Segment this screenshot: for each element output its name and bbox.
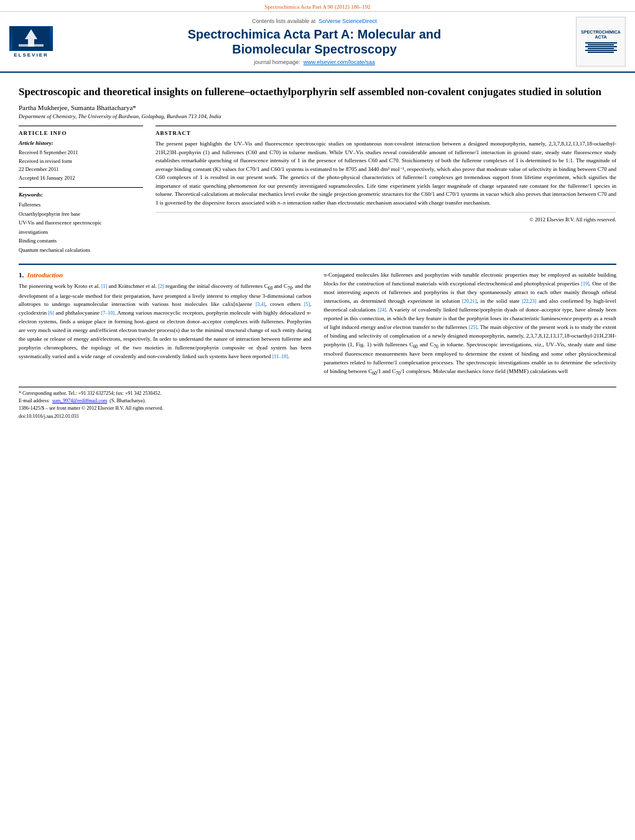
received-revised-date: 22 December 2011 [19, 165, 143, 174]
abstract-label: ABSTRACT [155, 130, 616, 136]
article-info-label: ARTICLE INFO [19, 130, 143, 136]
ref-2[interactable]: [2] [158, 284, 164, 289]
ref-11-18[interactable]: [11–18] [272, 354, 288, 359]
received-revised-label: Received in revised form [19, 157, 143, 166]
journal-header: ELSEVIER Contents lists available at Sci… [0, 12, 635, 73]
keyword-2: Octaethylporphyrin free base [19, 210, 143, 218]
logo-line-6 [588, 52, 614, 53]
sciverse-label: Contents lists available at [252, 18, 315, 24]
journal-title-area: Contents lists available at SciVerse Sci… [62, 17, 567, 67]
svg-rect-3 [19, 44, 44, 47]
copyright: © 2012 Elsevier B.V. All rights reserved… [155, 212, 616, 223]
logo-decorative-lines [582, 42, 619, 53]
sciverse-line: Contents lists available at SciVerse Sci… [62, 18, 567, 24]
related-word: related [350, 359, 365, 366]
abstract-text: The present paper highlights the UV–Vis … [155, 140, 616, 207]
elsevier-logo: ELSEVIER [9, 26, 53, 58]
ref-1[interactable]: [1] [101, 284, 107, 289]
journal-homepage: journal homepage: www.elsevier.com/locat… [62, 59, 567, 65]
journal-logo-box: SPECTROCHIMICA ACTA [576, 17, 626, 67]
ref-22-23[interactable]: [22,23] [522, 298, 536, 304]
section-number: 1. [19, 271, 24, 279]
journal-reference-bar: Spectrochimica Acta Part A 90 (2012) 186… [0, 0, 635, 12]
elsevier-logo-area: ELSEVIER [6, 17, 56, 67]
ref-25[interactable]: [25] [469, 325, 477, 330]
body-col-right: π-Conjugated molecules like fullerenes a… [324, 271, 617, 382]
page: Spectrochimica Acta Part A 90 (2012) 186… [0, 0, 635, 840]
main-body: 1. Introduction The pioneering work by K… [19, 264, 616, 382]
email-line: E-mail address: sum_9974@rediffmail.com … [19, 397, 616, 405]
abstract-column: ABSTRACT The present paper highlights th… [155, 126, 616, 254]
ref-7-10[interactable]: [7–10] [101, 310, 114, 316]
article-info-abstract: ARTICLE INFO Article history: Received 8… [19, 126, 616, 254]
ref-6[interactable]: [6] [49, 310, 54, 316]
article-content: Spectroscopic and theoretical insights o… [0, 73, 635, 425]
article-affiliation: Department of Chemistry, The University … [19, 113, 616, 119]
body-two-col: 1. Introduction The pioneering work by K… [19, 271, 616, 382]
accepted-date: Accepted 16 January 2012 [19, 174, 143, 183]
ref-24[interactable]: [24] [378, 307, 386, 313]
sciverse-link[interactable]: SciVerse ScienceDirect [318, 18, 377, 24]
ref-5[interactable]: [5] [304, 302, 310, 307]
intro-heading: 1. Introduction [19, 271, 312, 279]
logo-line-5 [585, 50, 617, 51]
logo-line-1 [585, 42, 617, 44]
intro-paragraph-2: π-Conjugated molecules like fullerenes a… [324, 271, 617, 377]
article-info-column: ARTICLE INFO Article history: Received 8… [19, 126, 143, 254]
article-history-label: Article history: [19, 140, 143, 146]
keywords-section: Keywords: Fullerenes Octaethylporphyrin … [19, 187, 143, 254]
keyword-1: Fullerenes [19, 200, 143, 209]
logo-line-3 [585, 46, 617, 47]
received-date: Received 8 September 2011 [19, 149, 143, 157]
journal-title: Spectrochimica Acta Part A: Molecular an… [62, 27, 567, 57]
article-title: Spectroscopic and theoretical insights o… [19, 85, 616, 99]
ref-3-4[interactable]: [3,4] [256, 302, 265, 307]
journal-logo-area: SPECTROCHIMICA ACTA [573, 17, 629, 67]
logo-title-line1: SPECTROCHIMICA [581, 30, 621, 35]
intro-paragraph-1: The pioneering work by Kroto et al. [1] … [19, 282, 312, 361]
article-footer: * Corresponding author. Tel.: +91 332 63… [19, 387, 616, 419]
keyword-5: Quantum mechanical calculations [19, 246, 143, 254]
article-authors: Partha Mukherjee, Sumanta Bhattacharya* [19, 104, 616, 111]
logo-line-2 [588, 44, 614, 45]
body-col-left: 1. Introduction The pioneering work by K… [19, 271, 312, 382]
elsevier-logo-image [9, 26, 53, 51]
author-email[interactable]: sum_9974@rediffmail.com [52, 398, 107, 404]
keyword-4: Binding constants [19, 236, 143, 245]
section-title: Introduction [27, 271, 63, 279]
logo-title-line2: ACTA [595, 35, 607, 40]
doi-line: doi:10.1016/j.saa.2012.01.031 [19, 413, 616, 419]
issn-line: 1386-1425/$ – see front matter © 2012 El… [19, 405, 616, 412]
logo-line-4 [588, 48, 614, 49]
ref-19[interactable]: [19] [581, 281, 589, 287]
journal-reference: Spectrochimica Acta Part A 90 (2012) 186… [264, 4, 370, 10]
corresponding-author-note: * Corresponding author. Tel.: +91 332 63… [19, 390, 616, 397]
keywords-label: Keywords: [19, 192, 143, 198]
elsevier-tree-icon [12, 27, 50, 50]
keyword-3: UV-Vis and fluorescence spectroscopicinv… [19, 218, 143, 236]
elsevier-text: ELSEVIER [14, 52, 49, 58]
homepage-link[interactable]: www.elsevier.com/locate/saa [304, 59, 375, 65]
ref-20-21[interactable]: [20,21] [462, 298, 476, 304]
